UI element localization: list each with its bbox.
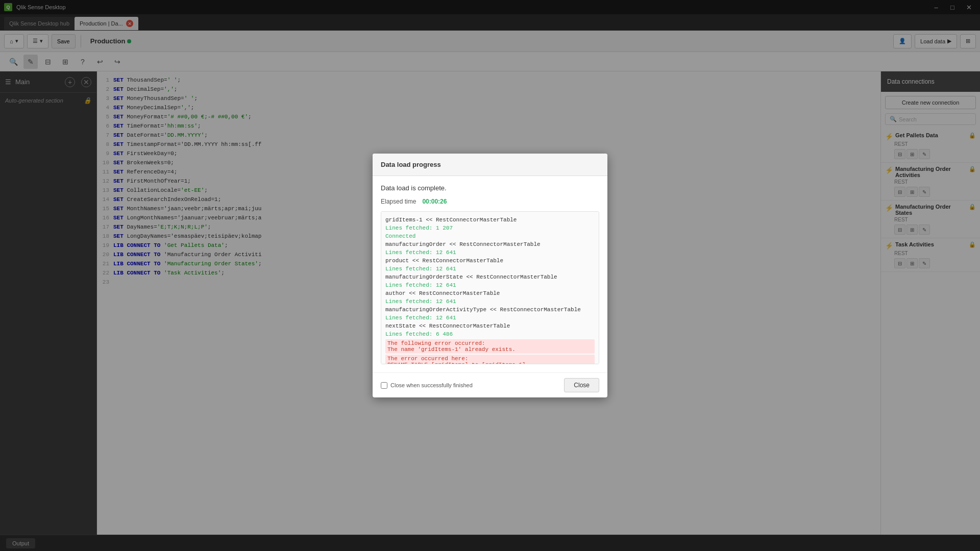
data-load-modal: Data load progress Data load is complete… — [373, 154, 607, 397]
close-checkbox-label: Close when successfully finished — [390, 382, 473, 388]
log-error-context: The error occurred here: RENAME TABLE [g… — [385, 355, 595, 364]
modal-body: Data load is complete. Elapsed time 00:0… — [373, 176, 607, 372]
log-line: Connected — [385, 233, 415, 239]
elapsed-label: Elapsed time — [381, 198, 416, 205]
log-line: manufacturingOrder << RestConnectorMaste… — [385, 241, 541, 247]
log-line: gridItems-1 << RestConnectorMasterTable — [385, 217, 517, 223]
log-line: Lines fetched: 6 486 — [385, 331, 453, 337]
close-modal-button[interactable]: Close — [564, 378, 599, 392]
modal-footer: Close when successfully finished Close — [373, 372, 607, 397]
log-line: Lines fetched: 12 641 — [385, 282, 456, 288]
log-line: Lines fetched: 12 641 — [385, 266, 456, 272]
log-line: manufacturingOrderActivityType << RestCo… — [385, 307, 581, 313]
close-when-finished-checkbox[interactable]: Close when successfully finished — [381, 382, 473, 389]
log-error-block: The following error occurred: The name '… — [385, 339, 595, 354]
modal-status: Data load is complete. — [381, 184, 599, 192]
modal-title: Data load progress — [381, 161, 441, 168]
log-line: manufacturingOrderState << RestConnector… — [385, 274, 557, 280]
close-checkbox-input[interactable] — [381, 382, 387, 389]
elapsed-row: Elapsed time 00:00:26 — [381, 198, 599, 205]
log-line: Lines fetched: 12 641 — [385, 249, 456, 256]
log-line: product << RestConnectorMasterTable — [385, 258, 503, 264]
log-line: Lines fetched: 12 641 — [385, 315, 456, 321]
elapsed-time: 00:00:26 — [422, 198, 447, 205]
log-area: gridItems-1 << RestConnectorMasterTableL… — [381, 211, 599, 364]
log-line: Lines fetched: 12 641 — [385, 298, 456, 305]
modal-overlay: Data load progress Data load is complete… — [0, 0, 980, 551]
log-line: author << RestConnectorMasterTable — [385, 290, 500, 296]
log-line: Lines fetched: 1 207 — [385, 225, 453, 231]
modal-header: Data load progress — [373, 154, 607, 176]
log-line: nextState << RestConnectorMasterTable — [385, 323, 510, 329]
